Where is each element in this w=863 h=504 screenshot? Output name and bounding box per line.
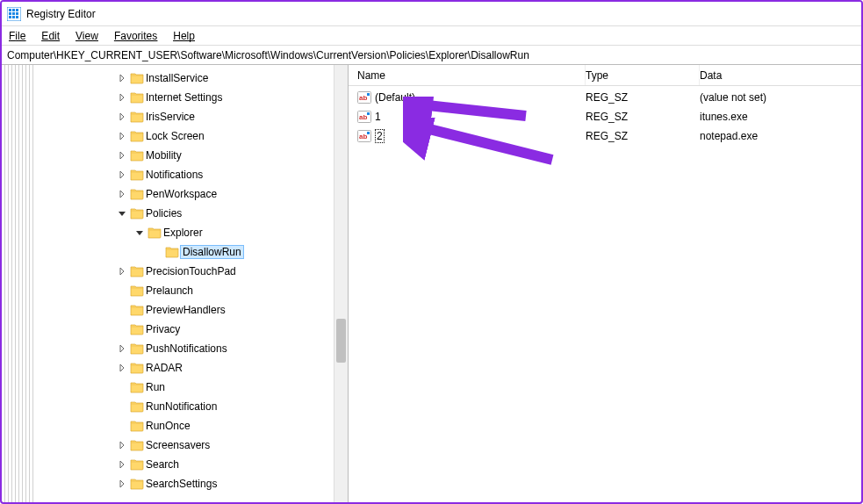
value-row[interactable]: ab1REG_SZitunes.exe xyxy=(349,107,861,126)
folder-icon xyxy=(130,206,144,220)
folder-icon xyxy=(130,264,144,278)
tree-item-label: Internet Settings xyxy=(146,91,222,104)
folder-icon xyxy=(130,129,144,143)
folder-icon xyxy=(130,477,144,491)
menubar: File Edit View Favorites Help xyxy=(2,26,861,46)
tree-item[interactable]: RADAR xyxy=(33,358,348,378)
tree-item[interactable]: Mobility xyxy=(33,146,348,165)
tree-item[interactable]: Screensavers xyxy=(33,436,348,455)
folder-icon xyxy=(147,226,162,240)
chevron-down-icon[interactable] xyxy=(133,227,146,239)
col-header-name[interactable]: Name xyxy=(349,65,586,85)
tree-item[interactable]: Privacy xyxy=(33,320,348,339)
menu-help[interactable]: Help xyxy=(173,30,195,42)
tree-item[interactable]: InstallService xyxy=(33,68,348,88)
tree-item[interactable]: RunNotification xyxy=(33,397,348,416)
value-type: REG_SZ xyxy=(586,111,700,123)
string-value-icon: ab xyxy=(357,90,371,104)
folder-icon xyxy=(130,303,144,317)
window-title: Registry Editor xyxy=(26,8,96,20)
folder-icon xyxy=(165,245,179,259)
tree-item[interactable]: PushNotifications xyxy=(33,339,348,358)
tree-scrollbar[interactable] xyxy=(334,65,348,502)
svg-rect-7 xyxy=(9,16,11,18)
folder-icon xyxy=(130,284,144,298)
expander-empty xyxy=(151,246,163,258)
chevron-right-icon[interactable] xyxy=(116,169,128,181)
svg-rect-1 xyxy=(9,9,11,11)
list-header: Name Type Data xyxy=(349,65,861,86)
chevron-right-icon[interactable] xyxy=(116,362,128,374)
tree-item[interactable]: Prelaunch xyxy=(33,281,348,300)
address-bar[interactable]: Computer\HKEY_CURRENT_USER\Software\Micr… xyxy=(2,46,861,65)
folder-icon xyxy=(130,187,144,201)
tree-item[interactable]: Internet Settings xyxy=(33,88,348,107)
chevron-right-icon[interactable] xyxy=(116,130,128,142)
chevron-right-icon[interactable] xyxy=(116,72,128,84)
tree-scroll-thumb[interactable] xyxy=(336,319,346,363)
menu-view[interactable]: View xyxy=(76,30,98,42)
string-value-icon: ab xyxy=(357,110,371,124)
tree-item-label: Run xyxy=(146,381,165,393)
tree-item[interactable]: PenWorkspace xyxy=(33,184,348,204)
expander-empty xyxy=(116,420,128,432)
main-split: InstallServiceInternet SettingsIrisServi… xyxy=(2,65,861,502)
tree-item[interactable]: SearchSettings xyxy=(33,474,348,493)
tree-list[interactable]: InstallServiceInternet SettingsIrisServi… xyxy=(33,65,348,502)
svg-rect-12 xyxy=(367,93,370,96)
tree-item[interactable]: IrisService xyxy=(33,107,348,126)
tree-item-label: Mobility xyxy=(146,149,182,162)
chevron-right-icon[interactable] xyxy=(116,458,128,471)
tree-item-label: Privacy xyxy=(146,323,180,335)
value-type: REG_SZ xyxy=(586,91,700,104)
folder-icon xyxy=(130,342,144,356)
menu-edit[interactable]: Edit xyxy=(41,30,60,42)
tree-item[interactable]: Lock Screen xyxy=(33,126,348,146)
chevron-right-icon[interactable] xyxy=(116,188,128,200)
list-pane: Name Type Data ab(Default)REG_SZ(value n… xyxy=(349,65,861,502)
value-name: 1 xyxy=(371,111,586,123)
value-type: REG_SZ xyxy=(586,130,700,142)
expander-empty xyxy=(116,381,128,393)
tree-item-label: Screensavers xyxy=(146,439,210,451)
chevron-right-icon[interactable] xyxy=(116,439,128,451)
list-body: ab(Default)REG_SZ(value not set)ab1REG_S… xyxy=(349,86,861,146)
folder-icon xyxy=(130,380,144,394)
chevron-right-icon[interactable] xyxy=(116,91,128,104)
tree-item[interactable]: Explorer xyxy=(33,223,348,242)
tree-item[interactable]: Search xyxy=(33,455,348,474)
col-header-data[interactable]: Data xyxy=(700,65,861,85)
tree-item-label: IrisService xyxy=(146,111,195,123)
chevron-right-icon[interactable] xyxy=(116,265,128,277)
tree-item[interactable]: RunOnce xyxy=(33,416,348,436)
value-data: (value not set) xyxy=(700,91,861,104)
chevron-right-icon[interactable] xyxy=(116,111,128,123)
tree-item-label: Notifications xyxy=(146,169,203,181)
tree-item[interactable]: PreviewHandlers xyxy=(33,300,348,320)
svg-rect-9 xyxy=(16,16,18,18)
chevron-right-icon[interactable] xyxy=(116,149,128,162)
svg-text:ab: ab xyxy=(359,113,367,121)
folder-icon xyxy=(130,110,144,124)
menu-favorites[interactable]: Favorites xyxy=(114,30,157,42)
chevron-down-icon[interactable] xyxy=(116,207,128,220)
tree-item[interactable]: PrecisionTouchPad xyxy=(33,262,348,281)
folder-icon xyxy=(130,457,144,472)
tree-item[interactable]: Policies xyxy=(33,204,348,223)
tree-item-label: PrecisionTouchPad xyxy=(146,265,236,277)
folder-icon xyxy=(130,148,144,162)
svg-rect-4 xyxy=(9,12,11,15)
col-header-type[interactable]: Type xyxy=(586,65,700,85)
chevron-right-icon[interactable] xyxy=(116,342,128,355)
folder-icon xyxy=(130,71,144,85)
tree-item-label: Prelaunch xyxy=(146,284,193,297)
tree-item-label: Search xyxy=(146,458,179,471)
value-row[interactable]: ab(Default)REG_SZ(value not set) xyxy=(349,88,861,107)
chevron-right-icon[interactable] xyxy=(116,478,128,490)
tree-item[interactable]: DisallowRun xyxy=(33,242,348,262)
value-row[interactable]: ab2REG_SZnotepad.exe xyxy=(349,126,861,146)
tree-item[interactable]: Run xyxy=(33,378,348,397)
menu-file[interactable]: File xyxy=(9,30,25,42)
tree-item[interactable]: Notifications xyxy=(33,165,348,184)
svg-rect-6 xyxy=(16,12,18,15)
